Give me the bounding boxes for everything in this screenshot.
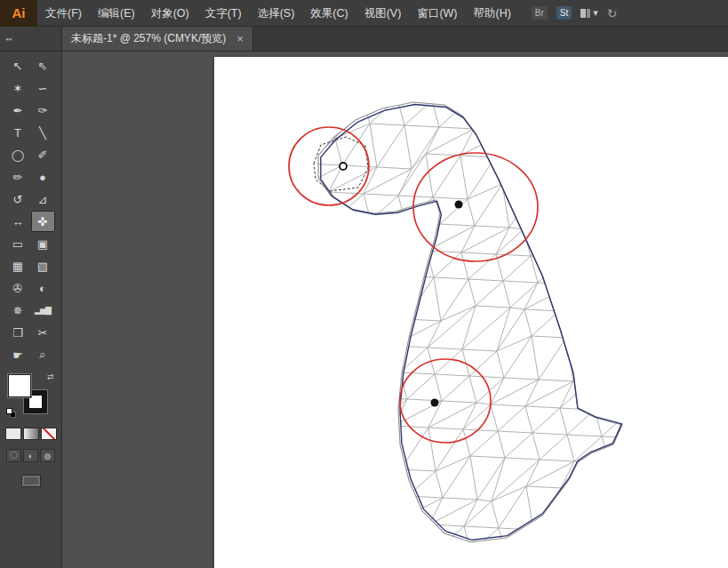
gradient-tool[interactable]: ▧ xyxy=(31,255,55,276)
tab-bar: ◂◂ 未标题-1* @ 257% (CMYK/预览) × xyxy=(0,27,728,52)
draw-mode-row: 〇 ◐ ◍ xyxy=(6,449,55,462)
slice-tool[interactable]: ✂ xyxy=(31,322,55,343)
swap-fill-stroke-icon[interactable]: ⇄ xyxy=(47,372,54,381)
draw-inside-button[interactable]: ◍ xyxy=(40,449,55,462)
tab-close-icon[interactable]: × xyxy=(236,32,244,45)
main-content: ↖⇖✶∽✒✑T╲◯✐✏●↺⊿↔✜▭▣▦▧✇◐✵▂▅▇❒✂☛⌕ ⇄ 〇 ◐ ◍ xyxy=(0,52,728,568)
rotate-tool[interactable]: ↺ xyxy=(6,188,30,210)
tools-grid: ↖⇖✶∽✒✑T╲◯✐✏●↺⊿↔✜▭▣▦▧✇◐✵▂▅▇❒✂☛⌕ xyxy=(6,55,56,365)
bridge-button[interactable]: Br xyxy=(532,6,548,20)
draw-behind-button[interactable]: ◐ xyxy=(23,449,38,462)
workspace-icon xyxy=(580,9,590,18)
menu-bar: Ai 文件(F) 编辑(E) 对象(O) 文字(T) 选择(S) 效果(C) 视… xyxy=(0,0,728,27)
blend-tool[interactable]: ◐ xyxy=(31,277,55,299)
lasso-tool[interactable]: ∽ xyxy=(31,77,55,99)
menu-effect[interactable]: 效果(C) xyxy=(302,0,356,27)
menu-window[interactable]: 窗口(W) xyxy=(409,0,465,27)
blob-brush-tool[interactable]: ● xyxy=(31,166,55,188)
zoom-tool[interactable]: ⌕ xyxy=(31,344,55,365)
fill-color-swatch[interactable] xyxy=(8,374,31,397)
paint-mode-row xyxy=(5,428,57,440)
artwork-svg xyxy=(214,57,728,568)
illustrator-window: Ai 文件(F) 编辑(E) 对象(O) 文字(T) 选择(S) 效果(C) 视… xyxy=(0,0,728,568)
add-anchor-point-tool[interactable]: ✑ xyxy=(31,100,55,121)
chevron-down-icon: ▾ xyxy=(593,7,598,19)
canvas-pasteboard[interactable] xyxy=(62,52,728,568)
menu-file[interactable]: 文件(F) xyxy=(37,0,90,27)
width-tool[interactable]: ↔ xyxy=(6,211,30,232)
document-tab-title: 未标题-1* @ 257% (CMYK/预览) xyxy=(71,31,226,46)
mesh-tool[interactable]: ▦ xyxy=(6,255,30,276)
menu-type[interactable]: 文字(T) xyxy=(197,0,250,27)
menu-edit[interactable]: 编辑(E) xyxy=(90,0,143,27)
menubar-right-icons: Br St ▾ ↻ xyxy=(532,6,618,20)
type-tool[interactable]: T xyxy=(6,122,30,143)
hand-tool[interactable]: ☛ xyxy=(6,344,30,365)
selection-tool[interactable]: ↖ xyxy=(6,55,30,76)
menu-view[interactable]: 视图(V) xyxy=(356,0,410,27)
pencil-tool[interactable]: ✏ xyxy=(6,166,30,188)
artboard[interactable] xyxy=(214,57,728,568)
scale-tool[interactable]: ⊿ xyxy=(31,188,55,210)
column-graph-tool[interactable]: ▂▅▇ xyxy=(31,300,55,321)
change-screen-mode-button[interactable] xyxy=(21,475,41,487)
none-button[interactable] xyxy=(41,428,57,440)
paintbrush-tool[interactable]: ✐ xyxy=(31,144,55,165)
default-fill-stroke-button[interactable] xyxy=(6,408,17,419)
pen-tool[interactable]: ✒ xyxy=(6,100,30,121)
stock-button[interactable]: St xyxy=(556,6,572,20)
gradient-button[interactable] xyxy=(23,428,39,440)
magic-wand-tool[interactable]: ✶ xyxy=(6,77,30,99)
free-transform-tool[interactable]: ▭ xyxy=(6,233,30,254)
workspace-switcher[interactable]: ▾ xyxy=(580,7,598,19)
line-segment-tool[interactable]: ╲ xyxy=(31,122,55,143)
color-button[interactable] xyxy=(5,428,21,440)
shape-builder-tool[interactable]: ▣ xyxy=(31,233,55,254)
sync-icon[interactable]: ↻ xyxy=(607,6,618,20)
draw-normal-button[interactable]: 〇 xyxy=(6,449,21,462)
menu-help[interactable]: 帮助(H) xyxy=(466,0,519,27)
panel-collapse-button[interactable]: ◂◂ xyxy=(0,27,62,51)
eyedropper-tool[interactable]: ✇ xyxy=(6,277,30,299)
app-logo: Ai xyxy=(0,0,37,27)
color-swatch-block: ⇄ xyxy=(6,372,56,419)
artboard-tool[interactable]: ❒ xyxy=(6,322,30,343)
document-tab[interactable]: 未标题-1* @ 257% (CMYK/预览) × xyxy=(62,27,253,51)
direct-selection-tool[interactable]: ⇖ xyxy=(31,55,55,76)
ellipse-tool[interactable]: ◯ xyxy=(6,144,30,165)
menu-object[interactable]: 对象(O) xyxy=(143,0,197,27)
tool-panel: ↖⇖✶∽✒✑T╲◯✐✏●↺⊿↔✜▭▣▦▧✇◐✵▂▅▇❒✂☛⌕ ⇄ 〇 ◐ ◍ xyxy=(0,52,62,568)
menu-select[interactable]: 选择(S) xyxy=(250,0,303,27)
symbol-sprayer-tool[interactable]: ✵ xyxy=(6,300,30,321)
puppet-pin-tool[interactable]: ✜ xyxy=(31,211,55,232)
